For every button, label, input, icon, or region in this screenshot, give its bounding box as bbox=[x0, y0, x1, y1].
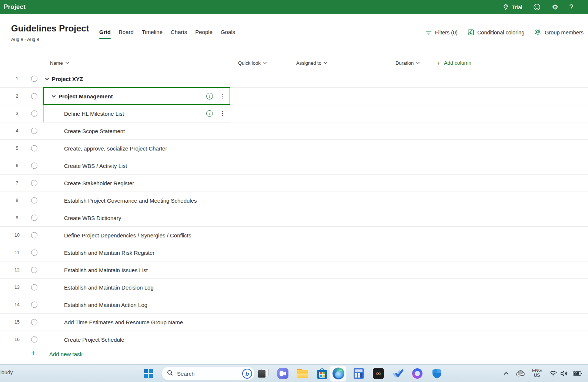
creative-cloud-icon[interactable]: ∞ bbox=[372, 367, 385, 380]
trial-badge[interactable]: Trial bbox=[502, 4, 522, 10]
task-complete-circle[interactable] bbox=[31, 302, 37, 308]
expand-chevron-icon[interactable] bbox=[45, 77, 49, 80]
help-button[interactable]: ? bbox=[569, 3, 573, 11]
row-number[interactable]: 15 bbox=[12, 320, 22, 325]
task-complete-circle[interactable] bbox=[31, 319, 37, 325]
column-header-name[interactable]: Name bbox=[50, 60, 69, 65]
battery-icon[interactable] bbox=[573, 371, 582, 376]
task-name: Define HL Milestone List bbox=[64, 111, 124, 117]
tab-charts[interactable]: Charts bbox=[171, 29, 187, 39]
task-menu-icon[interactable]: ⋮ bbox=[220, 111, 225, 116]
task-name-cell[interactable]: Create Scope Statement bbox=[64, 128, 125, 134]
task-complete-circle[interactable] bbox=[31, 284, 37, 291]
row-number[interactable]: 5 bbox=[12, 146, 22, 151]
task-complete-circle[interactable] bbox=[31, 180, 37, 186]
task-name-cell[interactable]: Define Project Dependencies / Synergies … bbox=[64, 232, 191, 239]
app-title: Project bbox=[0, 3, 26, 11]
calculator-icon[interactable] bbox=[353, 367, 365, 380]
windows-security-icon[interactable] bbox=[431, 367, 443, 380]
row-number[interactable]: 4 bbox=[12, 128, 22, 133]
plus-icon[interactable]: + bbox=[31, 349, 36, 358]
task-complete-circle[interactable] bbox=[31, 232, 37, 239]
group-members-label: Group members bbox=[545, 30, 584, 36]
task-name-cell[interactable]: Create, approve, socialize Project Chart… bbox=[64, 145, 167, 152]
add-new-task-button[interactable]: Add new task bbox=[49, 351, 83, 357]
row-number[interactable]: 11 bbox=[12, 250, 22, 255]
conditional-coloring-button[interactable]: Conditional coloring bbox=[467, 29, 524, 36]
tab-goals[interactable]: Goals bbox=[221, 29, 235, 39]
task-info-icon[interactable]: i bbox=[206, 110, 213, 117]
task-name-cell[interactable]: Create Stakeholder Register bbox=[64, 180, 134, 186]
table-row: 3 Define HL Milestone List i ⋮ bbox=[0, 105, 588, 122]
task-complete-circle[interactable] bbox=[31, 76, 37, 82]
column-header-quick-look[interactable]: Quick look bbox=[238, 60, 267, 65]
file-explorer-icon[interactable] bbox=[296, 367, 309, 380]
task-complete-circle[interactable] bbox=[31, 250, 37, 256]
column-header-assigned-to[interactable]: Assigned to bbox=[296, 60, 328, 65]
row-number[interactable]: 6 bbox=[12, 163, 22, 168]
row-number[interactable]: 8 bbox=[12, 198, 22, 203]
todo-icon[interactable] bbox=[392, 367, 404, 380]
chat-icon[interactable] bbox=[277, 367, 289, 380]
task-name-cell[interactable]: Establish and Maintain Risk Register bbox=[64, 250, 154, 256]
row-number[interactable]: 13 bbox=[12, 285, 22, 290]
row-number[interactable]: 9 bbox=[12, 215, 22, 220]
settings-button[interactable]: ⚙ bbox=[552, 4, 558, 11]
weather-widget[interactable]: loudy bbox=[0, 369, 13, 375]
volume-icon[interactable] bbox=[560, 370, 568, 376]
task-complete-circle[interactable] bbox=[31, 163, 37, 169]
task-name: Create Project Schedule bbox=[64, 337, 124, 343]
task-complete-circle[interactable] bbox=[31, 128, 37, 134]
task-name-cell[interactable]: Establish and Maintain Issues List bbox=[64, 267, 148, 273]
task-complete-circle[interactable] bbox=[31, 111, 37, 117]
task-view-icon[interactable] bbox=[257, 367, 270, 380]
row-number[interactable]: 12 bbox=[12, 267, 22, 273]
task-name-cell[interactable]: Create WBS Dictionary bbox=[64, 215, 121, 221]
group-members-icon bbox=[534, 29, 542, 36]
row-number[interactable]: 14 bbox=[12, 302, 22, 307]
language-indicator[interactable]: ENG US bbox=[532, 368, 542, 379]
filters-button[interactable]: Filters (0) bbox=[425, 29, 458, 36]
row-number[interactable]: 7 bbox=[12, 180, 22, 186]
column-header-duration[interactable]: Duration bbox=[395, 60, 420, 65]
tab-timeline[interactable]: Timeline bbox=[142, 29, 163, 39]
tab-people[interactable]: People bbox=[195, 29, 213, 39]
task-menu-icon[interactable]: ⋮ bbox=[220, 93, 225, 99]
task-complete-circle[interactable] bbox=[31, 267, 37, 273]
task-name-cell[interactable]: Project Management bbox=[51, 93, 113, 99]
group-members-button[interactable]: Group members bbox=[534, 29, 584, 36]
task-name-cell[interactable]: Define HL Milestone List bbox=[64, 111, 124, 117]
tab-board[interactable]: Board bbox=[119, 29, 134, 39]
task-name-cell[interactable]: Establish and Maintain Action Log bbox=[64, 302, 147, 308]
taskbar-search-input[interactable]: Search b bbox=[161, 366, 255, 381]
task-name-cell[interactable]: Establish Project Governance and Meeting… bbox=[64, 197, 197, 204]
windows-start-icon[interactable] bbox=[144, 369, 153, 378]
onedrive-cloud-icon[interactable] bbox=[516, 370, 525, 376]
task-info-icon[interactable]: i bbox=[206, 93, 213, 99]
row-number[interactable]: 10 bbox=[12, 233, 22, 238]
task-name-cell[interactable]: Create Project Schedule bbox=[64, 337, 124, 343]
loop-icon[interactable] bbox=[411, 367, 424, 380]
row-number[interactable]: 3 bbox=[12, 111, 22, 116]
task-name-cell[interactable]: Establish and Maintain Decision Log bbox=[64, 284, 154, 291]
add-column-button[interactable]: + Add column bbox=[437, 60, 471, 66]
diamond-icon bbox=[502, 4, 509, 10]
row-number[interactable]: 1 bbox=[12, 76, 22, 81]
task-name-cell[interactable]: Create WBS / Activity List bbox=[64, 163, 127, 169]
wifi-icon[interactable] bbox=[549, 371, 557, 376]
edge-icon[interactable] bbox=[332, 367, 345, 380]
tab-grid[interactable]: Grid bbox=[99, 29, 111, 39]
row-number[interactable]: 2 bbox=[12, 94, 22, 99]
feedback-button[interactable] bbox=[533, 3, 541, 11]
task-complete-circle[interactable] bbox=[31, 337, 37, 343]
expand-chevron-icon[interactable] bbox=[51, 95, 56, 98]
task-complete-circle[interactable] bbox=[31, 93, 37, 99]
tray-chevron-up-icon[interactable] bbox=[504, 372, 509, 375]
task-complete-circle[interactable] bbox=[31, 215, 37, 221]
task-complete-circle[interactable] bbox=[31, 197, 37, 204]
row-number[interactable]: 16 bbox=[12, 337, 22, 342]
task-name-cell[interactable]: Add Time Estimates and Resource Group Na… bbox=[64, 319, 183, 325]
task-complete-circle[interactable] bbox=[31, 145, 37, 152]
task-name-cell[interactable]: Project XYZ bbox=[45, 76, 83, 82]
store-icon[interactable] bbox=[316, 367, 328, 380]
